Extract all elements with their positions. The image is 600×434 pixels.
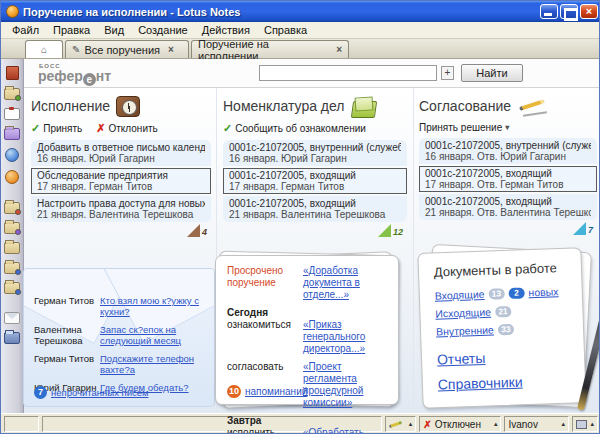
reminder-link[interactable]: «Доработка документа в отделе...»	[303, 265, 360, 300]
user-segment[interactable]: Ivanov ▴	[504, 416, 569, 432]
accept-action[interactable]: ✓ Принять	[31, 122, 82, 135]
dot	[15, 209, 21, 215]
reminder-link[interactable]: «Обработать необработанное...»	[303, 427, 394, 434]
column-title: Номенклатура дел	[223, 98, 345, 114]
item-count: 12	[393, 227, 403, 237]
replicator-icon[interactable]	[4, 128, 20, 140]
app-icon	[6, 5, 19, 18]
tab-close-icon[interactable]: ×	[168, 44, 174, 55]
reminders-link[interactable]: напоминаний	[245, 386, 307, 397]
list-item[interactable]: 0001с-21072005, входящий 21 января. Вале…	[223, 196, 407, 222]
mail-subject-link[interactable]: Запас ск?епок на следующий месяц	[100, 324, 181, 346]
logo-swirl-icon: е	[83, 73, 96, 86]
web-browser-icon[interactable]	[5, 148, 19, 162]
new-items-link[interactable]: новых	[528, 285, 558, 298]
address-book-icon[interactable]	[4, 88, 20, 100]
tab-close-icon[interactable]: ×	[336, 44, 342, 55]
dot	[15, 269, 21, 275]
documents-link-row: Внутренние 33	[436, 320, 586, 337]
title-bar: Поручение на исполнении - Lotus Notes ×	[1, 1, 600, 22]
approval-list: 0001с-21072005, внутренний (служебная за…	[419, 138, 597, 220]
list-item[interactable]: 0001с-21072005, входящий 21 января. Отв.…	[419, 194, 597, 220]
reminder-day-header: Завтра	[227, 415, 303, 427]
list-item[interactable]: 0001с-21072005, внутренний (служебная за…	[223, 140, 407, 166]
mail-envelope-panel: Герман Титов Кто взял мою к?ужку с кухни…	[23, 268, 215, 407]
lotus-notes-window: Поручение на исполнении - Lotus Notes × …	[0, 0, 600, 434]
execution-column: Исполнение ✓ Принять ✗ Отклонить Добавит…	[31, 94, 211, 237]
close-button[interactable]: ×	[580, 4, 598, 19]
unread-mail-link[interactable]: непрочитанных писем	[51, 387, 149, 398]
overdue-label: Просрочено поручение	[227, 265, 303, 301]
mail-row: Валентина Терешкова Запас ск?епок на сле…	[34, 324, 206, 346]
item-count: 7	[588, 225, 593, 235]
mail-icon[interactable]	[4, 312, 20, 324]
bookmarks-icon[interactable]	[6, 66, 19, 80]
mail-sender: Валентина Терешкова	[34, 324, 100, 346]
tab-assignment-in-execution[interactable]: Поручение на исполнении ×	[191, 40, 349, 58]
documents-link-row: Входящие 13 2 новых	[435, 284, 585, 301]
notify-read-action[interactable]: ✓ Сообщить об ознакомлении	[223, 122, 366, 135]
reports-link[interactable]: Отчеты	[437, 346, 587, 367]
decision-action[interactable]: Принять решение ▾	[419, 122, 509, 133]
incoming-link[interactable]: Входящие	[435, 288, 485, 302]
logo-right-text: нт	[96, 68, 111, 84]
location-icon	[576, 420, 587, 429]
search-expand-button[interactable]: +	[441, 66, 454, 80]
dot	[15, 289, 21, 295]
decline-action[interactable]: ✗ Отклонить	[96, 122, 157, 135]
location-segment[interactable]: ▴	[572, 416, 598, 432]
home-icon: ⌂	[41, 44, 47, 55]
count-badge: 13	[488, 288, 504, 300]
internet-search-icon[interactable]	[5, 170, 19, 184]
unread-count-badge: 7	[34, 386, 47, 399]
menu-view[interactable]: Вид	[97, 23, 131, 37]
outgoing-link[interactable]: Исходящие	[435, 306, 491, 320]
list-item[interactable]: 0001с-21072005, внутренний (служебная за…	[419, 138, 597, 164]
folder-favorites-icon[interactable]	[4, 202, 20, 214]
nomenclature-list: 0001с-21072005, внутренний (служебная за…	[223, 140, 407, 222]
menu-file[interactable]: Файл	[5, 23, 46, 37]
pencil-icon	[517, 95, 551, 117]
folder-documents-icon[interactable]	[4, 242, 20, 254]
mail-subject-link[interactable]: Кто взял мою к?ужку с кухни?	[100, 295, 199, 317]
menu-create[interactable]: Создание	[131, 23, 195, 37]
chevron-down-icon: ▾	[505, 123, 509, 132]
search-input[interactable]	[259, 65, 437, 81]
list-item-selected[interactable]: Обследование предприятия 17 января. Герм…	[31, 168, 211, 194]
internal-link[interactable]: Внутренние	[436, 324, 494, 338]
reminder-link[interactable]: «Проект регламента процедурной комиссии»	[303, 361, 363, 408]
document-icon: ✎	[72, 44, 80, 55]
column-title: Исполнение	[31, 98, 110, 114]
find-button[interactable]: Найти	[461, 64, 523, 82]
tab-all-assignments[interactable]: ✎ Все поручения ×	[65, 40, 189, 58]
workspace-icon[interactable]	[4, 332, 20, 344]
item-count: 4	[202, 227, 207, 237]
mail-subject-link[interactable]: Подскажите телефон вахте?а	[100, 353, 194, 375]
folder-shared-icon[interactable]	[4, 282, 20, 294]
list-item[interactable]: Добавить в ответное письмо календарный..…	[31, 140, 211, 166]
directories-link[interactable]: Справочники	[438, 371, 588, 392]
menu-actions[interactable]: Действия	[195, 23, 257, 37]
reminder-link[interactable]: «Приказ генерального директора...»	[303, 319, 365, 354]
tab-label: Поручение на исполнении	[198, 38, 328, 62]
column-title: Согласование	[419, 98, 511, 114]
status-segment[interactable]	[4, 416, 39, 432]
menu-edit[interactable]: Правка	[46, 23, 97, 37]
to-do-icon[interactable]	[4, 108, 20, 120]
new-count-badge: 2	[508, 287, 524, 299]
minimize-button[interactable]	[540, 4, 558, 19]
mail-row: Герман Титов Подскажите телефон вахте?а	[34, 353, 206, 375]
maximize-button[interactable]	[560, 4, 578, 19]
reminders-card: Просрочено поручение «Доработка документ…	[215, 253, 399, 407]
folder-archive-icon[interactable]	[4, 262, 20, 274]
menu-help[interactable]: Справка	[257, 23, 314, 37]
list-item-selected[interactable]: 0001с-21072005, входящий 17 января. Герм…	[223, 168, 407, 194]
tab-home[interactable]: ⌂	[25, 40, 63, 58]
network-status-segment[interactable]: ✗ Отключен ▴	[419, 416, 501, 432]
count-badge: 21	[495, 305, 511, 317]
folder-projects-icon[interactable]	[4, 222, 20, 234]
list-item[interactable]: Настроить права доступа для новых сотру.…	[31, 196, 211, 222]
check-icon: ✓	[223, 122, 232, 135]
list-item-selected[interactable]: 0001с-21072005, входящий 17 января. Отв.…	[419, 166, 597, 192]
documents-link-row: Исходящие 21	[435, 302, 585, 319]
